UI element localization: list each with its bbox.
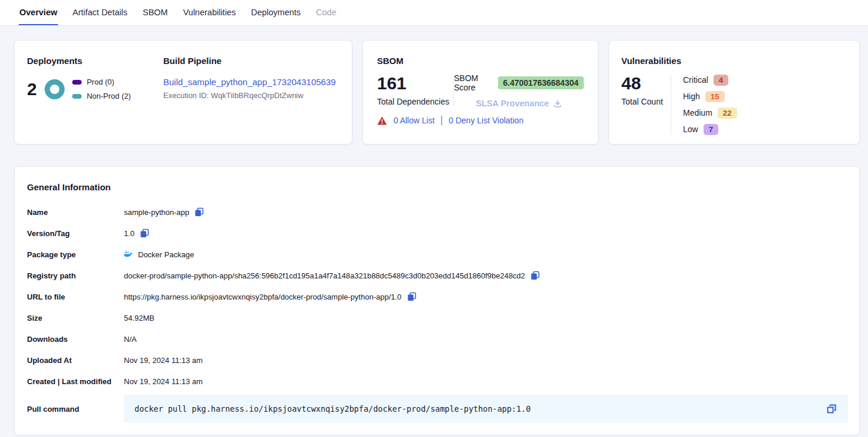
info-row-url-to-file: URL to file https://pkg.harness.io/ikpsj…: [27, 286, 848, 307]
pull-command-label: Pull command: [27, 405, 124, 414]
legend-item-nonprod: Non-Prod (2): [72, 92, 131, 100]
tab-code[interactable]: Code: [315, 0, 337, 25]
severity-row-high: High 15: [683, 90, 737, 103]
copy-name-button[interactable]: [194, 207, 204, 217]
info-row-pull-command: Pull command docker pull pkg.harness.io/…: [27, 395, 848, 423]
copy-version-button[interactable]: [139, 228, 150, 238]
general-information-card: General Information Name sample-python-a…: [14, 166, 860, 435]
url-to-file-value: https://pkg.harness.io/ikpsjoavtcwxnqisy…: [124, 293, 402, 301]
name-label: Name: [27, 208, 124, 217]
url-to-file-label: URL to file: [27, 293, 124, 301]
nonprod-label: Non-Prod (2): [87, 92, 131, 100]
downloads-value: N/A: [124, 335, 137, 344]
size-value: 54.92MB: [124, 314, 154, 322]
build-pipeline-link[interactable]: Build_sample_python_app_1732043105639: [163, 77, 336, 87]
info-row-package-type: Package type Docker Package: [27, 244, 848, 265]
vulnerabilities-total-count: 48: [621, 73, 671, 93]
deployments-title: Deployments: [27, 56, 163, 66]
info-row-version: Version/Tag 1.0: [27, 223, 848, 244]
tab-bar: Overview Artifact Details SBOM Vulnerabi…: [0, 0, 868, 26]
download-icon: [553, 99, 562, 108]
severity-row-low: Low 7: [683, 123, 737, 136]
sbom-total-dependencies: 161: [377, 73, 453, 93]
medium-label: Medium: [683, 108, 712, 117]
package-type-label: Package type: [27, 250, 124, 259]
registry-path-value: docker-prod/sample-python-app/sha256:596…: [124, 271, 525, 280]
sbom-total-label: Total Dependencies: [377, 97, 453, 106]
high-label: High: [683, 92, 700, 101]
tab-artifact-details[interactable]: Artifact Details: [72, 0, 128, 25]
low-count-badge: 7: [704, 124, 719, 135]
vulnerabilities-total-label: Total Count: [621, 97, 671, 106]
pull-command-box: docker pull pkg.harness.io/ikpsjoavtcwxn…: [124, 395, 848, 423]
deployments-legend: Prod (0) Non-Prod (2): [72, 78, 131, 100]
info-row-name: Name sample-python-app: [27, 201, 848, 223]
package-type-value: Docker Package: [138, 250, 194, 259]
sbom-score-badge: 6.470017636684304: [498, 76, 584, 89]
uploaded-at-label: Uploaded At: [27, 356, 124, 365]
summary-cards-row: Deployments 2 Prod (0) Non-Prod (2): [14, 40, 860, 144]
build-pipeline-title: Build Pipeline: [163, 56, 340, 66]
legend-item-prod: Prod (0): [72, 78, 131, 86]
slsa-provenance-label: SLSA Provenance: [476, 99, 549, 108]
sbom-score-label: SBOM Score: [454, 73, 492, 92]
vulnerabilities-card: Vulnerabilities 48 Total Count Critical …: [608, 40, 860, 144]
high-count-badge: 15: [705, 91, 725, 102]
critical-label: Critical: [683, 75, 708, 85]
medium-count-badge: 22: [718, 107, 737, 119]
size-label: Size: [27, 314, 124, 322]
name-value: sample-python-app: [124, 208, 189, 217]
deny-list-violation-link[interactable]: 0 Deny List Violation: [449, 116, 523, 125]
info-row-downloads: Downloads N/A: [27, 328, 848, 349]
info-row-created-modified: Created | Last modified Nov 19, 2024 11:…: [27, 371, 848, 392]
severity-row-medium: Medium 22: [683, 106, 737, 119]
deployments-total-count: 2: [27, 79, 37, 99]
severity-list: Critical 4 High 15 Medium 22 Low 7: [671, 73, 737, 136]
tab-overview[interactable]: Overview: [19, 0, 58, 25]
copy-url-button[interactable]: [406, 291, 417, 302]
version-label: Version/Tag: [27, 229, 124, 238]
registry-path-label: Registry path: [27, 271, 124, 280]
version-value: 1.0: [124, 229, 134, 238]
tab-vulnerabilities[interactable]: Vulnerabilities: [183, 0, 237, 25]
docker-icon: [124, 250, 133, 259]
prod-label: Prod (0): [87, 78, 115, 86]
deployments-donut-chart: [45, 79, 65, 99]
info-row-size: Size 54.92MB: [27, 307, 848, 328]
created-modified-value: Nov 19, 2024 11:13 am: [124, 377, 203, 386]
low-label: Low: [683, 125, 698, 134]
created-modified-label: Created | Last modified: [27, 377, 124, 386]
copy-registry-path-button[interactable]: [530, 270, 540, 281]
info-row-registry-path: Registry path docker-prod/sample-python-…: [27, 265, 848, 286]
info-row-uploaded-at: Uploaded At Nov 19, 2024 11:13 am: [27, 349, 848, 371]
nonprod-swatch: [72, 94, 82, 99]
vulnerabilities-title: Vulnerabilities: [621, 56, 847, 66]
copy-pull-command-button[interactable]: [826, 403, 837, 415]
pull-command-value: docker pull pkg.harness.io/ikpsjoavtcwxn…: [134, 404, 531, 414]
overview-page: Deployments 2 Prod (0) Non-Prod (2): [0, 26, 868, 435]
uploaded-at-value: Nov 19, 2024 11:13 am: [124, 356, 203, 365]
sbom-card: SBOM 161 Total Dependencies SBOM Score 6…: [362, 40, 598, 144]
warning-triangle-icon: [377, 116, 387, 125]
prod-swatch: [72, 80, 82, 85]
sbom-links-divider: [441, 116, 442, 125]
tab-sbom[interactable]: SBOM: [142, 0, 169, 25]
severity-row-critical: Critical 4: [683, 73, 737, 86]
general-information-title: General Information: [27, 182, 848, 192]
tab-deployments[interactable]: Deployments: [250, 0, 301, 25]
deployments-card: Deployments 2 Prod (0) Non-Prod (2): [14, 40, 352, 144]
execution-id: Execution ID: WqkTiIbBRqecQrpDtZwniw: [163, 91, 340, 100]
sbom-title: SBOM: [377, 56, 584, 66]
critical-count-badge: 4: [714, 75, 729, 86]
slsa-provenance-link[interactable]: SLSA Provenance: [476, 99, 561, 108]
allow-list-link[interactable]: 0 Allow List: [393, 116, 435, 125]
downloads-label: Downloads: [27, 335, 124, 344]
